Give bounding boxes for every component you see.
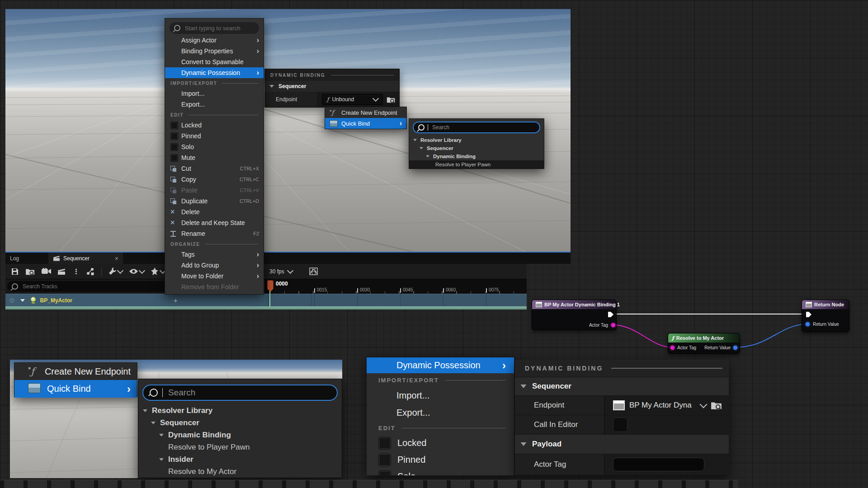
- tree-item-resolve-to-player-pawn[interactable]: Resolve to Player Pawn: [138, 441, 342, 453]
- pinned-checkbox[interactable]: [170, 132, 178, 140]
- graph-bottom-scrollbar[interactable]: [0, 480, 738, 488]
- menu-item-convert-to-spawnable[interactable]: Convert to Spawnable: [165, 56, 264, 67]
- chevron-down-icon[interactable]: [700, 401, 708, 408]
- track-range-bar[interactable]: [5, 306, 527, 310]
- menu-item-locked[interactable]: Locked: [367, 435, 514, 451]
- expander-icon[interactable]: [426, 155, 429, 158]
- add-section-icon[interactable]: +: [174, 296, 178, 304]
- browse-to-endpoint-icon[interactable]: [711, 400, 722, 410]
- actor-tag-in-pin[interactable]: [670, 346, 675, 350]
- menu-item-import[interactable]: Import...: [165, 88, 264, 99]
- browse-icon[interactable]: [25, 267, 35, 276]
- resolver-search-field[interactable]: [431, 124, 535, 131]
- expander-icon[interactable]: [159, 458, 164, 461]
- menu-item-solo[interactable]: Solo: [367, 468, 514, 476]
- exec-out-pin[interactable]: [608, 311, 614, 318]
- menu-search-field[interactable]: [184, 24, 265, 32]
- resolver-search-input[interactable]: [413, 122, 540, 133]
- more-options-icon[interactable]: ⋮: [73, 267, 80, 276]
- endpoint-combobox[interactable]: ƒ Unbound: [322, 94, 383, 105]
- menu-item-export[interactable]: Export...: [367, 404, 514, 421]
- expander-icon[interactable]: [521, 385, 527, 388]
- timeline-ruler[interactable]: 0015 0030 0045 0060 0075 0000: [266, 279, 527, 294]
- resolve-node[interactable]: ƒ Resolve to My Actor Actor Tag Return V…: [668, 333, 740, 354]
- menu-item-tags[interactable]: Tags›: [165, 249, 264, 260]
- browse-to-endpoint-icon[interactable]: [387, 96, 396, 103]
- menu-item-create-new-endpoint[interactable]: *ƒ Create New Endpoint: [14, 363, 137, 380]
- tree-item-sequencer[interactable]: Sequencer: [138, 417, 342, 429]
- eye-visibility-icon[interactable]: [129, 268, 144, 274]
- binding-node[interactable]: BP My Actor Dynamic Binding 1 Actor Tag: [532, 300, 617, 330]
- menu-item-pinned[interactable]: Pinned: [367, 451, 514, 468]
- curve-editor-icon[interactable]: [309, 267, 318, 275]
- category-row-payload[interactable]: Payload: [515, 435, 729, 454]
- tab-sequencer[interactable]: Sequencer ×: [48, 253, 123, 264]
- menu-item-copy[interactable]: CopyCTRL+C: [165, 174, 264, 185]
- menu-item-remove-from-folder[interactable]: Remove from Folder: [165, 282, 264, 292]
- actor-tag-pin[interactable]: [611, 323, 615, 327]
- tree-item-resolve-to-my-actor[interactable]: Resolve to My Actor: [138, 465, 342, 478]
- expander-icon[interactable]: [151, 422, 156, 424]
- solo-checkbox[interactable]: [170, 143, 178, 151]
- playback-options-icon[interactable]: [151, 267, 165, 276]
- expander-icon[interactable]: [420, 147, 423, 150]
- tree-item-dynamic-binding[interactable]: Dynamic Binding: [409, 152, 544, 160]
- category-row-sequencer[interactable]: Sequencer: [515, 377, 729, 395]
- render-movie-icon[interactable]: [42, 268, 51, 275]
- menu-item-mute[interactable]: Mute: [165, 152, 264, 163]
- expander-icon[interactable]: [159, 434, 164, 436]
- tab-log[interactable]: Log: [10, 255, 19, 262]
- locked-checkbox[interactable]: [378, 437, 391, 450]
- menu-item-delete-keep-state[interactable]: ×Delete and Keep State: [165, 217, 264, 228]
- submenu-item-quick-bind[interactable]: Quick Bind ›: [325, 118, 406, 129]
- expander-icon[interactable]: [521, 442, 527, 446]
- menu-search-input[interactable]: [170, 22, 259, 34]
- menu-item-cut[interactable]: CutCTRL+X: [165, 163, 264, 174]
- tree-item-resolve-to-player-pawn[interactable]: Resolve to Player Pawn: [409, 160, 544, 169]
- solo-checkbox[interactable]: [378, 470, 391, 476]
- menu-item-pinned[interactable]: Pinned: [165, 131, 264, 141]
- menu-item-paste[interactable]: PasteCTRL+V: [165, 185, 264, 196]
- actor-sequence-icon[interactable]: [86, 267, 95, 276]
- expander-icon[interactable]: [413, 139, 417, 141]
- track-name-label[interactable]: BP_MyActor: [40, 297, 72, 304]
- playhead-marker[interactable]: [267, 280, 274, 292]
- menu-item-binding-properties[interactable]: Binding Properties›: [165, 46, 264, 56]
- menu-item-solo[interactable]: Solo: [165, 141, 264, 152]
- menu-item-dynamic-possession[interactable]: Dynamic Possession›: [165, 67, 264, 78]
- menu-item-import[interactable]: Import...: [367, 387, 514, 404]
- resolver-search-input-large[interactable]: [142, 385, 338, 401]
- menu-item-rename[interactable]: RenameF2: [165, 228, 264, 239]
- fps-dropdown[interactable]: 30 fps: [269, 268, 292, 275]
- locked-checkbox[interactable]: [170, 122, 178, 129]
- mute-checkbox[interactable]: [170, 154, 178, 162]
- track-expander-icon[interactable]: [20, 299, 25, 302]
- menu-item-dynamic-possession[interactable]: Dynamic Possession ›: [367, 357, 514, 373]
- expander-icon[interactable]: [143, 409, 147, 412]
- menu-item-export[interactable]: Export...: [165, 99, 264, 110]
- exec-in-pin[interactable]: [806, 311, 812, 318]
- mute-column-icon[interactable]: ⊘: [9, 296, 15, 305]
- actor-tag-input[interactable]: [613, 458, 704, 471]
- return-value-in-pin[interactable]: [806, 322, 810, 326]
- resolver-search-field-large[interactable]: [167, 387, 330, 398]
- return-node[interactable]: Return Node Return Value: [802, 300, 849, 332]
- menu-item-locked[interactable]: Locked: [165, 120, 264, 131]
- tree-item-dynamic-binding[interactable]: Dynamic Binding: [138, 429, 342, 441]
- wrench-icon[interactable]: [108, 267, 123, 276]
- submenu-item-create-new-endpoint[interactable]: *ƒ Create New Endpoint: [325, 107, 406, 118]
- tree-item-sequencer[interactable]: Sequencer: [409, 144, 544, 152]
- call-in-editor-checkbox[interactable]: [613, 418, 627, 432]
- create-camera-icon[interactable]: [57, 268, 66, 275]
- menu-item-duplicate[interactable]: DuplicateCTRL+D: [165, 196, 264, 206]
- tree-item-insider[interactable]: Insider: [138, 453, 342, 465]
- pinned-checkbox[interactable]: [378, 454, 391, 466]
- track-row-timeline[interactable]: [266, 294, 527, 306]
- return-value-out-pin[interactable]: [733, 346, 737, 350]
- menu-item-quick-bind[interactable]: Quick Bind ›: [14, 380, 137, 398]
- menu-item-delete[interactable]: ×Delete: [165, 206, 264, 217]
- menu-item-assign-actor[interactable]: Assign Actor›: [165, 35, 264, 46]
- tree-item-resolver-library[interactable]: Resolver Library: [409, 136, 544, 144]
- category-row-sequencer[interactable]: Sequencer: [265, 81, 399, 92]
- tab-close-icon[interactable]: ×: [115, 255, 118, 262]
